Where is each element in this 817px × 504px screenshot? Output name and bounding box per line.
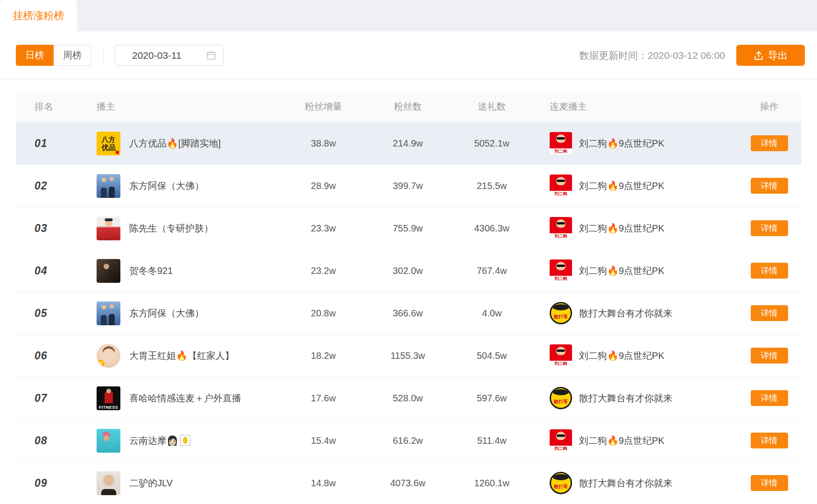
host-name: 八方优品🔥[脚踏实地]	[129, 137, 221, 150]
detail-button[interactable]: 详情	[751, 220, 788, 236]
vertical-divider	[104, 47, 104, 64]
calendar-icon	[206, 50, 216, 60]
gifts-cell: 4306.3w	[458, 223, 525, 234]
detail-button[interactable]: 详情	[751, 390, 788, 406]
page: 挂榜涨粉榜 日榜 周榜 2020-03-11 数据更新时间：2020-03-12…	[0, 0, 817, 504]
weekly-rank-button[interactable]: 周榜	[54, 45, 91, 66]
rank-number: 04	[35, 265, 48, 277]
detail-button[interactable]: 详情	[751, 263, 788, 279]
partner-avatar: 刘二狗	[550, 132, 572, 154]
gifts-cell: 5052.1w	[458, 138, 525, 149]
column-header-partner: 连麦播主	[525, 100, 737, 113]
column-header-host: 播主	[81, 100, 289, 113]
table-row: 07 FITNESS 喜哈哈情感连麦＋户外直播 17.6w 528.0w 597…	[16, 377, 801, 420]
host-name: 东方阿保（大佛）	[129, 180, 204, 192]
daily-rank-button[interactable]: 日榜	[16, 45, 54, 66]
column-header-rank: 排名	[16, 100, 81, 113]
export-button[interactable]: 导出	[736, 45, 805, 66]
partner-avatar: 散打哥	[550, 302, 572, 324]
tab-fan-growth-ranking[interactable]: 挂榜涨粉榜	[0, 0, 77, 31]
table-body: 01 八方优品 八方优品🔥[脚踏实地] 38.8w 214.9w 5052.1w…	[16, 122, 801, 504]
host-avatar-label: FITNESS	[97, 405, 120, 410]
fans-total-cell: 399.7w	[357, 181, 458, 191]
action-cell: 详情	[737, 433, 801, 448]
table-row: 06 V 大胃王红姐🔥【红家人】 18.2w 1155.3w 504.5w 刘二…	[16, 335, 801, 377]
partner-name: 散打大舞台有才你就来	[579, 307, 672, 320]
partner-avatar-label: 散打哥	[551, 314, 571, 320]
fans-increase-cell: 18.2w	[289, 350, 357, 361]
fans-increase-cell: 23.2w	[289, 266, 357, 276]
action-cell: 详情	[737, 390, 801, 406]
host-cell: 东方阿保（大佛）	[81, 301, 289, 325]
host-avatar-label: 八方优品	[97, 132, 120, 155]
detail-button[interactable]: 详情	[751, 348, 788, 364]
gifts-cell: 511.4w	[458, 435, 525, 446]
table-row: 02 东方阿保（大佛） 28.9w 399.7w 215.5w 刘二狗 刘二狗🔥…	[16, 165, 801, 207]
partner-avatar: 刘二狗	[550, 259, 572, 282]
detail-button[interactable]: 详情	[751, 178, 788, 194]
host-avatar	[97, 301, 120, 325]
update-time: 数据更新时间：2020-03-12 06:00	[579, 49, 725, 62]
partner-avatar: 刘二狗	[550, 429, 572, 452]
partner-avatar-label: 刘二狗	[550, 446, 572, 452]
rank-cell: 04	[16, 265, 81, 277]
action-cell: 详情	[737, 135, 801, 151]
partner-name: 刘二狗🔥9点世纪PK	[579, 222, 664, 235]
ranking-table: 排名 播主 粉丝增量 粉丝数 送礼数 连麦播主 操作 01 八方优品 八方优品🔥…	[0, 91, 817, 504]
action-cell: 详情	[737, 178, 801, 194]
host-name: 东方阿保（大佛）	[129, 307, 204, 320]
host-cell: 云南达摩👩🏻	[81, 429, 289, 453]
detail-button[interactable]: 详情	[751, 135, 788, 151]
column-header-fans-increase: 粉丝增量	[289, 100, 357, 113]
table-row: 08 云南达摩👩🏻 15.4w 616.2w 511.4w 刘二狗 刘二狗🔥9点…	[16, 420, 801, 462]
partner-cell: 刘二狗 刘二狗🔥9点世纪PK	[525, 175, 737, 197]
rank-cell: 01	[16, 137, 81, 150]
tab-title: 挂榜涨粉榜	[13, 9, 64, 23]
fans-total-cell: 528.0w	[357, 393, 458, 404]
partner-name: 刘二狗🔥9点世纪PK	[579, 434, 664, 447]
export-icon	[754, 50, 764, 61]
rank-cell: 09	[16, 477, 81, 490]
gifts-cell: 1260.1w	[458, 478, 525, 489]
partner-cell: 刘二狗 刘二狗🔥9点世纪PK	[525, 429, 737, 452]
tab-bar: 挂榜涨粉榜	[0, 0, 817, 31]
detail-button[interactable]: 详情	[751, 305, 788, 321]
fans-total-cell: 302.0w	[357, 266, 458, 276]
rank-number: 01	[35, 137, 48, 149]
fans-increase-cell: 28.9w	[289, 181, 357, 191]
broken-emoji-placeholder	[180, 435, 190, 446]
partner-avatar-label: 刘二狗	[550, 191, 572, 197]
partner-name: 散打大舞台有才你就来	[579, 477, 672, 490]
date-picker[interactable]: 2020-03-11	[115, 45, 223, 66]
partner-avatar-label: 刘二狗	[550, 276, 572, 282]
action-cell: 详情	[737, 220, 801, 236]
rank-cell: 06	[16, 350, 81, 362]
detail-button[interactable]: 详情	[751, 475, 788, 491]
action-cell: 详情	[737, 475, 801, 491]
partner-cell: 刘二狗 刘二狗🔥9点世纪PK	[525, 132, 737, 154]
partner-avatar: 散打哥	[550, 387, 572, 409]
fans-total-cell: 755.9w	[357, 223, 458, 234]
partner-avatar: 刘二狗	[550, 175, 572, 197]
partner-name: 刘二狗🔥9点世纪PK	[579, 265, 664, 277]
host-cell: 东方阿保（大佛）	[81, 174, 289, 198]
rank-cell: 02	[16, 180, 81, 192]
detail-button[interactable]: 详情	[751, 433, 788, 448]
action-cell: 详情	[737, 305, 801, 321]
action-cell: 详情	[737, 263, 801, 279]
gifts-cell: 4.0w	[458, 308, 525, 319]
host-avatar-label	[97, 174, 120, 198]
partner-avatar-label: 刘二狗	[550, 233, 572, 239]
host-name: 陈先生（专研护肤）	[129, 222, 213, 235]
host-name: 贺冬冬921	[129, 265, 173, 277]
table-row: 09 二驴的JLV 14.8w 4073.6w 1260.1w 散打哥 散打大舞…	[16, 462, 801, 504]
rank-number: 05	[35, 307, 48, 319]
table-row: 01 八方优品 八方优品🔥[脚踏实地] 38.8w 214.9w 5052.1w…	[16, 122, 801, 165]
host-cell: 陈先生（专研护肤）	[81, 217, 289, 240]
host-name: 云南达摩👩🏻	[129, 434, 190, 447]
fans-increase-cell: 14.8w	[289, 478, 357, 489]
host-cell: V 大胃王红姐🔥【红家人】	[81, 344, 289, 368]
column-header-fans-total: 粉丝数	[357, 100, 458, 113]
fans-increase-cell: 17.6w	[289, 393, 357, 404]
table-header: 排名 播主 粉丝增量 粉丝数 送礼数 连麦播主 操作	[16, 91, 801, 122]
